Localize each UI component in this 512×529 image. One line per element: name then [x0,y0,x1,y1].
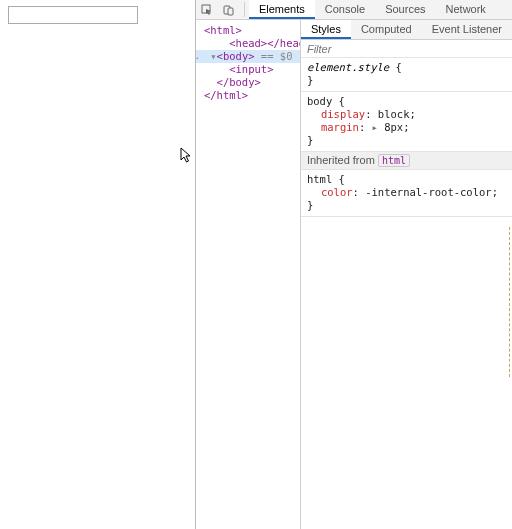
devtools-toolbar: Elements Console Sources Network [196,0,512,20]
svg-rect-2 [228,8,233,15]
tab-network[interactable]: Network [436,0,496,19]
toolbar-separator [244,2,245,17]
inherited-label: Inherited from [307,154,375,166]
devtools-panel: Elements Console Sources Network <html> … [195,0,512,529]
subtab-computed[interactable]: Computed [351,20,422,39]
dom-node-html-open[interactable]: <html> [196,24,300,37]
styles-filter[interactable] [301,40,512,58]
rule-body[interactable]: body { display: block; margin: ▸ 8px; } [301,92,512,152]
tab-elements[interactable]: Elements [249,0,315,19]
devtools-main-tabs: Elements Console Sources Network [249,0,496,19]
tab-console[interactable]: Console [315,0,375,19]
dom-node-body-close[interactable]: </body> [196,76,300,89]
styles-filter-input[interactable] [301,40,512,57]
box-model-margin-edge [508,227,510,377]
rule-html[interactable]: html { color: -internal-root-color; } [301,170,512,217]
cursor-icon [180,147,192,167]
device-toggle-icon[interactable] [218,0,240,19]
box-model-area [301,217,512,529]
subtab-styles[interactable]: Styles [301,20,351,39]
styles-subtabs: Styles Computed Event Listener [301,20,512,40]
rule-element-style[interactable]: element.style {} [301,58,512,92]
inherited-from-bar: Inherited from html [301,152,512,170]
styles-pane: Styles Computed Event Listener element.s… [300,20,512,529]
dom-node-body[interactable]: ▾<body> == $0 [196,50,300,63]
tab-sources[interactable]: Sources [375,0,435,19]
dom-node-head[interactable]: <head></head> [196,37,300,50]
dom-node-html-close[interactable]: </html> [196,89,300,102]
dom-node-input[interactable]: <input> [196,63,300,76]
inspect-element-icon[interactable] [196,0,218,19]
dom-tree[interactable]: <html> <head></head> ▾<body> == $0 <inpu… [196,20,300,529]
page-input[interactable] [8,6,138,24]
inherited-from-tag[interactable]: html [378,154,410,167]
devtools-body: <html> <head></head> ▾<body> == $0 <inpu… [196,20,512,529]
page-viewport [0,0,195,529]
subtab-event-listeners[interactable]: Event Listener [422,20,512,39]
